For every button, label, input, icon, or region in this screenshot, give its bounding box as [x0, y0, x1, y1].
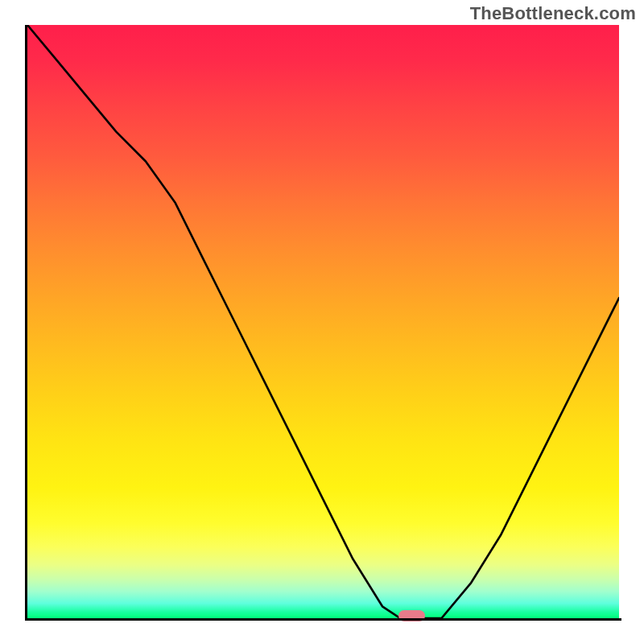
chart-container: TheBottleneck.com: [0, 0, 644, 644]
y-axis: [25, 25, 27, 621]
background-gradient: [27, 25, 619, 618]
x-axis: [25, 618, 621, 621]
watermark-text: TheBottleneck.com: [470, 3, 636, 24]
